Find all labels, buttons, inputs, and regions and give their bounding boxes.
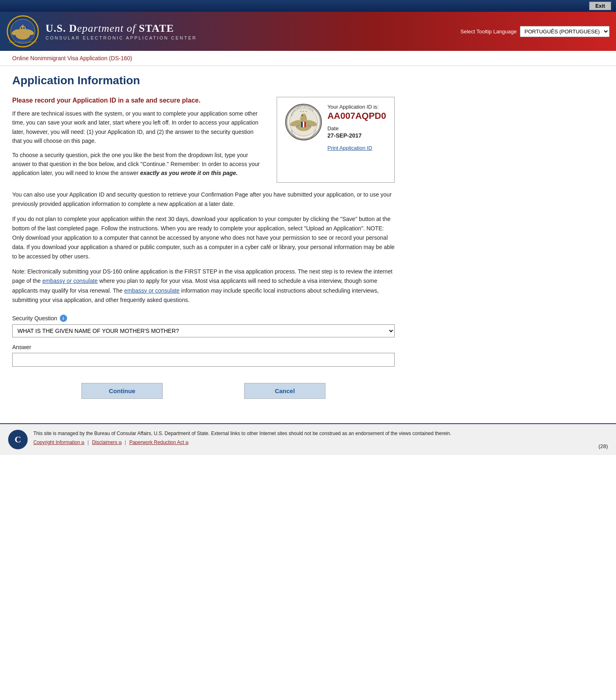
footer-links: Copyright Information ⧉ | Disclaimers ⧉ … (33, 440, 593, 445)
answer-label: Answer (12, 344, 395, 350)
exit-button[interactable]: Exit (589, 2, 611, 10)
continue-button[interactable]: Continue (81, 383, 163, 399)
app-id-card-content: ✦ ✦ ✦ UNITED STATES OF AMERICA DEPARTMEN… (285, 104, 386, 151)
svg-rect-20 (301, 122, 303, 127)
page-title: Application Information (12, 74, 395, 87)
body-paragraphs: You can also use your Application ID and… (12, 190, 395, 305)
footer-managed-text: This site is managed by the Bureau of Co… (33, 430, 593, 437)
embassy-consulate-link-1[interactable]: embassy or consulate (42, 278, 98, 284)
paragraph-5: Note: Electronically submitting your DS-… (12, 267, 395, 304)
paragraph-3: You can also use your Application ID and… (12, 190, 395, 209)
paragraph-4: If you do not plan to complete your appl… (12, 214, 395, 261)
app-id-seal: ✦ ✦ ✦ UNITED STATES OF AMERICA DEPARTMEN… (285, 104, 322, 140)
svg-point-14 (301, 114, 306, 119)
header-title: U.S. Department of STATE Consular Electr… (46, 22, 460, 40)
paperwork-reduction-link[interactable]: Paperwork Reduction Act ⧉ (129, 440, 188, 445)
info-section: Please record your Application ID in a s… (12, 97, 395, 183)
breadcrumb-link[interactable]: Online Nonimmigrant Visa Application (DS… (12, 55, 132, 61)
cancel-button[interactable]: Cancel (244, 383, 325, 399)
security-question-select[interactable]: WHAT IS THE GIVEN NAME OF YOUR MOTHER'S … (12, 324, 395, 337)
tooltip-language-label: Select Tooltip Language (460, 28, 517, 35)
app-date-value: 27-SEP-2017 (328, 132, 386, 139)
footer-badge: C (8, 430, 28, 449)
security-question-info-icon[interactable]: i (60, 315, 67, 322)
tooltip-language-select[interactable]: PORTUGUÊS (PORTUGUESE) ENGLISH ESPAÑOL (… (520, 26, 609, 37)
form-section: Security Question i WHAT IS THE GIVEN NA… (12, 315, 395, 367)
alert-heading: Please record your Application ID in a s… (12, 97, 264, 104)
copyright-link[interactable]: Copyright Information ⧉ (33, 440, 84, 445)
security-question-field: Security Question i WHAT IS THE GIVEN NA… (12, 315, 395, 337)
disclaimers-link[interactable]: Disclaimers ⧉ (92, 440, 121, 445)
header: UNITED STATES OF AMERICA U.S. Department… (0, 12, 616, 51)
svg-point-15 (301, 115, 303, 116)
footer-page-number: (28) (599, 443, 608, 449)
app-id-details: Your Application ID is: AA007AQPD0 Date … (328, 104, 386, 151)
header-right: Select Tooltip Language PORTUGUÊS (PORTU… (460, 26, 609, 37)
top-bar: Exit (0, 0, 616, 12)
header-subtitle: Consular Electronic Application Center (46, 35, 460, 40)
answer-input[interactable] (12, 353, 395, 367)
state-dept-seal: UNITED STATES OF AMERICA (7, 15, 39, 48)
embassy-consulate-link-2[interactable]: embassy or consulate (124, 287, 179, 294)
footer: C This site is managed by the Bureau of … (0, 423, 616, 455)
svg-text:UNITED STATES OF AMERICA: UNITED STATES OF AMERICA (9, 41, 37, 43)
app-id-label: Your Application ID is: (328, 104, 386, 110)
app-id-value: AA007AQPD0 (328, 111, 386, 121)
answer-field: Answer (12, 344, 395, 367)
print-application-id-button[interactable]: Print Application ID (328, 145, 372, 151)
svg-text:✦ ✦ ✦: ✦ ✦ ✦ (300, 110, 307, 113)
paragraph-2: To choose a security question, pick the … (12, 151, 264, 178)
svg-point-7 (21, 27, 22, 29)
paragraph-1: If there are technical issues with the s… (12, 109, 264, 146)
breadcrumb: Online Nonimmigrant Visa Application (DS… (0, 51, 616, 66)
svg-rect-22 (304, 122, 306, 127)
dept-name: U.S. Department of STATE (46, 22, 460, 35)
footer-text: This site is managed by the Bureau of Co… (33, 430, 593, 445)
app-id-card: ✦ ✦ ✦ UNITED STATES OF AMERICA DEPARTMEN… (277, 97, 395, 183)
info-text-column: Please record your Application ID in a s… (12, 97, 264, 183)
svg-rect-21 (303, 122, 304, 127)
security-question-label: Security Question i (12, 315, 395, 322)
main-content: Application Information Please record yo… (0, 66, 407, 423)
app-date-label: Date (328, 125, 386, 131)
svg-point-8 (23, 27, 25, 29)
button-row: Continue Cancel (12, 383, 395, 399)
